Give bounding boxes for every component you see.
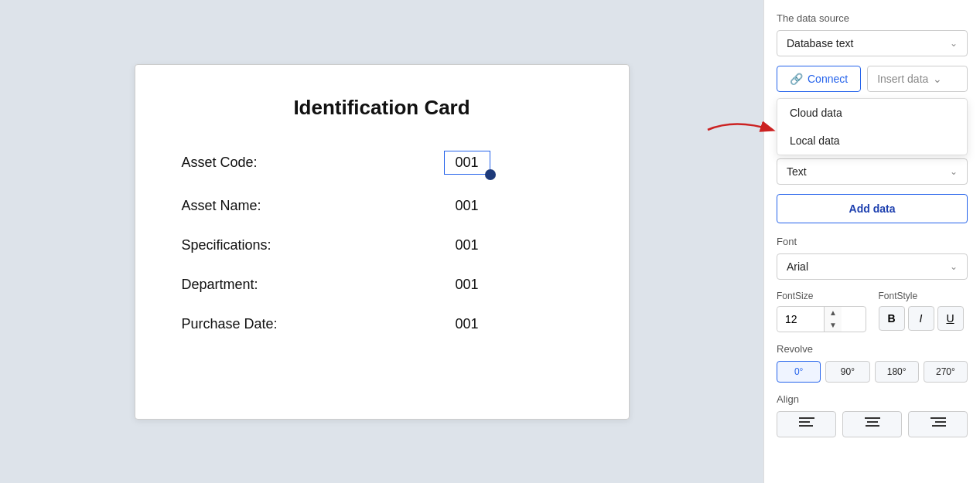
value-specifications[interactable]: 001 <box>352 237 582 253</box>
bold-button[interactable]: B <box>879 306 905 331</box>
link-icon: 🔗 <box>790 73 803 85</box>
add-data-button[interactable]: Add data <box>777 194 968 223</box>
italic-button[interactable]: I <box>908 306 934 331</box>
align-section: Align <box>777 393 968 437</box>
id-card: Identification Card Asset Code: 001 Asse… <box>135 64 630 420</box>
label-department: Department: <box>182 277 352 293</box>
insert-data-button[interactable]: Insert data ⌄ <box>867 66 968 92</box>
revolve-90-button[interactable]: 90° <box>825 361 869 383</box>
card-row-department: Department: 001 <box>182 277 582 293</box>
revolve-0-button[interactable]: 0° <box>777 361 821 383</box>
chevron-down-icon-text: ⌄ <box>950 166 958 177</box>
font-section: Font Arial ⌄ <box>777 236 968 280</box>
fontsize-input-wrap: ▲ ▼ <box>777 306 866 332</box>
align-right-button[interactable] <box>908 411 968 437</box>
text-value: Text <box>787 165 807 178</box>
value-asset-code[interactable]: 001 <box>352 151 582 175</box>
svg-rect-8 <box>932 425 946 427</box>
menu-item-local-data[interactable]: Local data <box>777 127 967 155</box>
align-right-icon <box>930 417 946 429</box>
revolve-270-button[interactable]: 270° <box>924 361 968 383</box>
align-center-icon <box>865 417 880 429</box>
fontsize-up-arrow[interactable]: ▲ <box>825 307 842 319</box>
card-row-specifications: Specifications: 001 <box>182 237 582 253</box>
dropdown-menu: Cloud data Local data <box>777 98 968 155</box>
value-purchase-date[interactable]: 001 <box>352 316 582 332</box>
canvas-area: Identification Card Asset Code: 001 Asse… <box>0 0 763 483</box>
font-label: Font <box>777 236 968 247</box>
card-row-asset-code: Asset Code: 001 <box>182 151 582 175</box>
connect-row: 🔗 Connect Insert data ⌄ <box>777 66 968 92</box>
selected-value-box: 001 <box>444 151 490 175</box>
datasource-value: Database text <box>787 37 853 49</box>
text-dropdown[interactable]: Text ⌄ <box>777 158 968 185</box>
selected-value-wrap[interactable]: 001 <box>444 151 490 175</box>
fontsize-down-arrow[interactable]: ▼ <box>825 319 842 332</box>
align-left-icon <box>799 417 814 429</box>
align-label: Align <box>777 393 968 405</box>
fontstyle-label: FontStyle <box>879 291 968 301</box>
datasource-dropdown[interactable]: Database text ⌄ <box>777 30 968 56</box>
fontsize-label: FontSize <box>777 291 866 301</box>
revolve-section: Revolve 0° 90° 180° 270° <box>777 343 968 383</box>
fontsize-group: FontSize ▲ ▼ <box>777 291 866 332</box>
label-asset-code: Asset Code: <box>182 155 352 171</box>
insert-data-label: Insert data <box>877 73 928 85</box>
chevron-down-icon-insert: ⌄ <box>933 73 942 85</box>
label-purchase-date: Purchase Date: <box>182 316 352 332</box>
datasource-label: The data source <box>777 12 968 24</box>
svg-rect-5 <box>866 425 879 427</box>
fontstyle-group: FontStyle B I U <box>879 291 968 332</box>
align-left-button[interactable] <box>777 411 836 437</box>
svg-rect-3 <box>865 417 880 419</box>
fontsize-style-row: FontSize ▲ ▼ FontStyle B I U <box>777 291 968 332</box>
align-center-button[interactable] <box>842 411 902 437</box>
revolve-label: Revolve <box>777 343 968 355</box>
right-panel: The data source Database text ⌄ 🔗 Connec… <box>763 0 980 483</box>
menu-item-cloud-data[interactable]: Cloud data <box>777 99 967 127</box>
value-department[interactable]: 001 <box>352 277 582 293</box>
connect-button[interactable]: 🔗 Connect <box>777 66 861 92</box>
svg-rect-0 <box>799 417 814 419</box>
fontsize-input[interactable] <box>777 308 824 330</box>
connect-label: Connect <box>808 73 848 85</box>
font-value: Arial <box>787 260 808 273</box>
revolve-buttons: 0° 90° 180° 270° <box>777 361 968 383</box>
svg-rect-7 <box>935 421 946 423</box>
card-row-asset-name: Asset Name: 001 <box>182 198 582 214</box>
underline-button[interactable]: U <box>937 306 964 331</box>
revolve-180-button[interactable]: 180° <box>875 361 919 383</box>
card-row-purchase-date: Purchase Date: 001 <box>182 316 582 332</box>
svg-rect-1 <box>799 421 810 423</box>
svg-rect-4 <box>867 421 878 423</box>
svg-rect-6 <box>930 417 946 419</box>
fontsize-arrows: ▲ ▼ <box>824 307 842 332</box>
selection-dot <box>485 169 496 180</box>
label-asset-name: Asset Name: <box>182 198 352 214</box>
card-title: Identification Card <box>182 96 582 120</box>
fontstyle-buttons: B I U <box>879 306 968 331</box>
font-dropdown[interactable]: Arial ⌄ <box>777 253 968 280</box>
value-asset-name[interactable]: 001 <box>352 198 582 214</box>
svg-rect-2 <box>799 425 813 427</box>
label-specifications: Specifications: <box>182 237 352 253</box>
chevron-down-icon: ⌄ <box>950 38 958 49</box>
align-buttons <box>777 411 968 437</box>
chevron-down-icon-font: ⌄ <box>950 261 958 272</box>
